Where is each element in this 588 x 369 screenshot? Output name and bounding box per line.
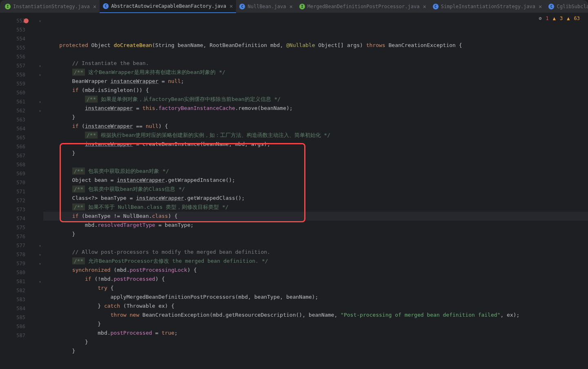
line-number[interactable]: 554 [0, 34, 37, 43]
fold-marker[interactable] [37, 43, 43, 52]
code-line[interactable]: } [43, 230, 588, 239]
fold-marker[interactable] [37, 178, 43, 187]
code-line[interactable]: Class<?> beanType = instanceWrapper.getW… [43, 194, 588, 203]
code-line[interactable]: /** 如果是单例对象，从factoryBean实例缓存中移除当前bean的定义… [43, 95, 588, 104]
fold-marker[interactable]: ▾ [37, 106, 43, 115]
code-line[interactable]: } [43, 320, 588, 329]
line-number[interactable]: 581 [0, 277, 37, 286]
fold-marker[interactable] [37, 196, 43, 205]
line-number[interactable]: 564 [0, 124, 37, 133]
line-number[interactable]: 576 [0, 232, 37, 241]
code-line[interactable]: /** 如果不等于 NullBean.class 类型，则修改目标类型 */ [43, 203, 588, 212]
line-number[interactable]: 587 [0, 331, 37, 340]
code-line[interactable] [43, 50, 588, 59]
fold-marker[interactable] [37, 187, 43, 196]
fold-marker[interactable]: ▾ [37, 250, 43, 259]
line-number[interactable]: 567 [0, 151, 37, 160]
line-number[interactable]: 565 [0, 133, 37, 142]
code-line[interactable]: instanceWrapper = createBeanInstance(bea… [43, 140, 588, 149]
code-line[interactable]: if (instanceWrapper == null) { [43, 122, 588, 131]
line-number[interactable]: 575 [0, 223, 37, 232]
tab-4[interactable]: CSimpleInstantiationStrategy.java× [430, 0, 546, 13]
fold-marker[interactable] [37, 115, 43, 124]
code-line[interactable]: if (mbd.isSingleton()) { [43, 86, 588, 95]
code-line[interactable] [43, 356, 588, 365]
code-line[interactable]: protected Object doCreateBean(String bea… [43, 41, 588, 50]
fold-marker[interactable] [37, 295, 43, 304]
fold-marker[interactable]: ▾ [37, 16, 43, 25]
code-line[interactable]: } [43, 113, 588, 122]
line-number[interactable]: 566 [0, 142, 37, 151]
code-line[interactable]: // Allow post-processors to modify the m… [43, 248, 588, 257]
inspections-indicator[interactable]: ⊘ 1 ▲ 3 ▲ 63 [539, 16, 580, 21]
fold-marker[interactable] [37, 133, 43, 142]
line-number[interactable]: 579 [0, 259, 37, 268]
fold-marker[interactable] [37, 214, 43, 223]
line-number[interactable]: 578 [0, 250, 37, 259]
line-number[interactable]: 569 [0, 169, 37, 178]
code-line[interactable]: if (beanType != NullBean.class) { [43, 212, 588, 221]
fold-marker[interactable] [37, 79, 43, 88]
line-number[interactable]: 560 [0, 88, 37, 97]
fold-marker[interactable] [37, 151, 43, 160]
line-number[interactable]: 580 [0, 268, 37, 277]
close-icon[interactable]: × [423, 3, 426, 10]
gutter[interactable]: 5525535545555565575585595605615625635645… [0, 13, 37, 369]
code-line[interactable]: BeanWrapper instanceWrapper = null; [43, 77, 588, 86]
code-line[interactable]: throw new BeanCreationException(mbd.getR… [43, 311, 588, 320]
line-number[interactable]: 561 [0, 97, 37, 106]
fold-marker[interactable] [37, 205, 43, 214]
line-number[interactable]: 558 [0, 70, 37, 79]
fold-marker[interactable] [37, 124, 43, 133]
line-number[interactable]: 552 [0, 16, 37, 25]
line-number[interactable]: 574 [0, 214, 37, 223]
code-line[interactable]: } [43, 149, 588, 158]
fold-marker[interactable]: ▾ [37, 70, 43, 79]
fold-marker[interactable] [37, 304, 43, 313]
code-line[interactable] [43, 239, 588, 248]
tab-0[interactable]: IInstantiationStrategy.java× [2, 0, 100, 13]
code-line[interactable]: /** 包装类中获取原始的bean对象 */ [43, 167, 588, 176]
line-number[interactable]: 583 [0, 295, 37, 304]
close-icon[interactable]: × [229, 3, 233, 9]
fold-marker[interactable]: ▾ [37, 277, 43, 286]
fold-marker[interactable] [37, 232, 43, 241]
fold-marker[interactable] [37, 322, 43, 331]
fold-marker[interactable] [37, 25, 43, 34]
fold-marker[interactable] [37, 52, 43, 61]
fold-marker[interactable]: ▾ [37, 61, 43, 70]
line-number[interactable]: 585 [0, 313, 37, 322]
tab-3[interactable]: IMergedBeanDefinitionPostProcessor.java× [296, 0, 430, 13]
fold-marker[interactable] [37, 169, 43, 178]
fold-marker[interactable] [37, 268, 43, 277]
code-line[interactable] [43, 158, 588, 167]
fold-marker[interactable] [37, 223, 43, 232]
close-icon[interactable]: × [93, 3, 96, 10]
code-area[interactable]: ⊘ 1 ▲ 3 ▲ 63 protected Object doCreateBe… [43, 13, 588, 369]
code-line[interactable]: } [43, 338, 588, 347]
code-line[interactable]: /** 允许BeanPostProcessor去修改 the merged be… [43, 257, 588, 266]
code-line[interactable]: Object bean = instanceWrapper.getWrapped… [43, 176, 588, 185]
line-number[interactable]: 584 [0, 304, 37, 313]
code-line[interactable]: try { [43, 284, 588, 293]
code-line[interactable]: instanceWrapper = this.factoryBeanInstan… [43, 104, 588, 113]
fold-marker[interactable] [37, 34, 43, 43]
fold-marker[interactable] [37, 160, 43, 169]
close-icon[interactable]: × [539, 3, 542, 10]
tab-2[interactable]: CNullBean.java× [236, 0, 296, 13]
line-number[interactable]: 562 [0, 106, 37, 115]
fold-marker[interactable]: ▾ [37, 259, 43, 268]
tab-1[interactable]: CAbstractAutowireCapableBeanFactory.java… [100, 0, 236, 13]
code-line[interactable]: } catch (Throwable ex) { [43, 302, 588, 311]
line-number[interactable]: 557 [0, 61, 37, 70]
fold-marker[interactable] [37, 88, 43, 97]
fold-marker[interactable] [37, 313, 43, 322]
line-number[interactable]: 555 [0, 43, 37, 52]
code-line[interactable]: // Instantiate the bean. [43, 59, 588, 68]
fold-marker[interactable]: ▾ [37, 241, 43, 250]
line-number[interactable]: 563 [0, 115, 37, 124]
tab-5[interactable]: CCglibSubclassingInstantiationStrategy.j… [545, 0, 588, 13]
line-number[interactable]: 556 [0, 52, 37, 61]
fold-marker[interactable]: ▾ [37, 97, 43, 106]
line-number[interactable]: 571 [0, 187, 37, 196]
